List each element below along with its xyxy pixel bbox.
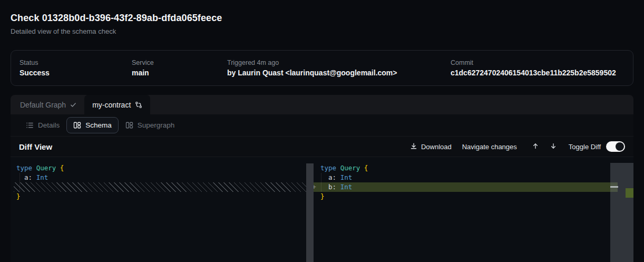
overview-added-marker <box>626 188 633 198</box>
tab-default-graph[interactable]: Default Graph <box>11 95 84 114</box>
right-scrollbar[interactable] <box>610 163 633 262</box>
toggle-knob <box>616 142 624 151</box>
diff-view-header: Diff View Download Navigate changes <box>11 136 633 157</box>
triggered-label: Triggered 4m ago <box>227 59 451 66</box>
toggle-diff-label: Toggle Diff <box>569 143 601 151</box>
diff-controls: Download Navigate changes Toggle Diff <box>410 141 625 152</box>
summary-commit: Commit c1dc62724702406154013cbe11b225b2e… <box>451 59 625 77</box>
download-label: Download <box>421 143 452 151</box>
download-button[interactable]: Download <box>410 142 452 151</box>
diff-pane-before: type Query { a: Int} <box>11 157 314 262</box>
summary-service: Service main <box>132 59 227 77</box>
code-line: type Query { <box>11 163 314 173</box>
code-line: } <box>11 192 314 201</box>
code-line: a: Int <box>314 173 633 182</box>
page-header: Check 01328b0d-b396-43f2-89ab-dfda065fee… <box>11 13 222 35</box>
schema-check-page: Check 01328b0d-b396-43f2-89ab-dfda065fee… <box>0 0 644 262</box>
code-line: type Query { <box>314 163 633 173</box>
left-scrollbar[interactable] <box>306 163 314 262</box>
commit-label: Commit <box>451 59 625 66</box>
tab-schema-label: Schema <box>85 121 112 129</box>
graph-tab-strip: Default Graph my-contract <box>11 95 633 114</box>
triggered-value: by Laurin Quast <laurinquast@googlemail.… <box>227 69 451 77</box>
columns-icon <box>73 121 81 129</box>
indent-guide <box>321 173 321 192</box>
code-lines-before: type Query { a: Int} <box>11 163 314 201</box>
previous-change-button[interactable] <box>526 142 544 151</box>
status-label: Status <box>19 59 132 66</box>
arrow-down-icon <box>550 143 557 151</box>
git-compare-icon <box>135 101 142 109</box>
next-change-button[interactable] <box>544 142 562 151</box>
navigate-changes-button[interactable]: Navigate changes <box>462 143 517 151</box>
tab-details[interactable]: Details <box>19 117 66 133</box>
toggle-diff-switch[interactable] <box>606 141 625 152</box>
commit-value: c1dc62724702406154013cbe11b225b2e5859502 <box>451 69 625 77</box>
page-title: Check 01328b0d-b396-43f2-89ab-dfda065fee… <box>11 13 222 24</box>
arrow-up-icon <box>532 143 539 151</box>
status-value: Success <box>19 69 132 77</box>
service-value: main <box>132 69 227 77</box>
added-line-sign: + <box>314 182 316 192</box>
schema-diff-editor: type Query { a: Int} + type Query { a: I… <box>11 157 633 262</box>
diff-pane-after: + type Query { a: Int b: Int} <box>314 157 633 262</box>
code-line: a: Int <box>11 173 314 182</box>
tab-supergraph-label: Supergraph <box>138 121 175 129</box>
service-label: Service <box>132 59 227 66</box>
summary-triggered: Triggered 4m ago by Laurin Quast <laurin… <box>227 59 451 77</box>
code-lines-after: type Query { a: Int b: Int} <box>314 163 633 201</box>
code-line: } <box>314 192 633 201</box>
check-summary-card: Status Success Service main Triggered 4m… <box>11 50 633 86</box>
diff-placeholder-line <box>14 182 306 192</box>
columns-icon <box>125 121 133 129</box>
tab-my-contract-label: my-contract <box>92 101 131 109</box>
page-subtitle: Detailed view of the schema check <box>11 27 222 35</box>
scrollbar-cursor-tick <box>610 186 618 188</box>
tab-my-contract[interactable]: my-contract <box>84 95 150 114</box>
check-icon <box>70 102 76 108</box>
tab-default-graph-label: Default Graph <box>20 101 66 109</box>
tab-supergraph[interactable]: Supergraph <box>119 117 182 133</box>
view-tabs: Details Schema Supergraph <box>11 114 633 136</box>
tab-details-label: Details <box>38 121 60 129</box>
code-line-added: b: Int <box>314 182 618 192</box>
indent-guide <box>19 173 20 192</box>
diff-view-title: Diff View <box>19 142 52 151</box>
check-detail-panel: Default Graph my-contract Details <box>11 95 633 262</box>
navigate-changes-label: Navigate changes <box>462 143 517 151</box>
download-icon <box>410 142 417 151</box>
summary-status: Status Success <box>19 59 132 77</box>
list-icon <box>26 121 34 129</box>
tab-schema[interactable]: Schema <box>66 117 119 133</box>
